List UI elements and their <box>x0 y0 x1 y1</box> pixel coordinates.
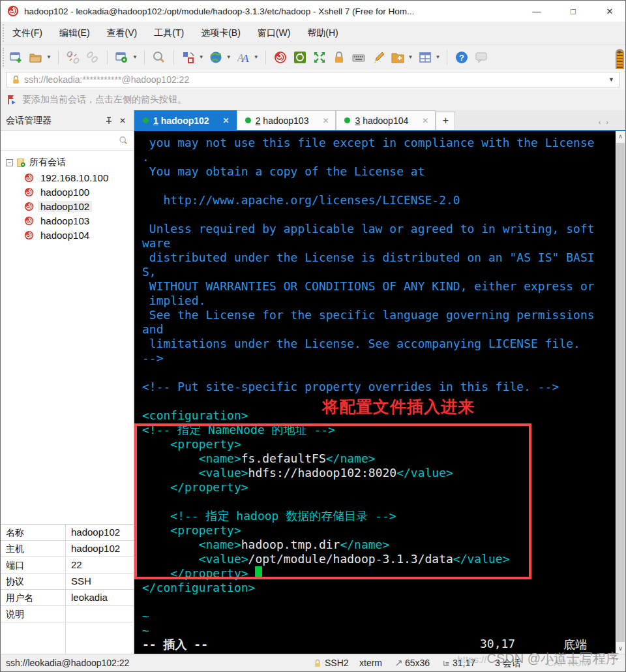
transfer-layout-dropdown-icon[interactable]: ▼ <box>199 54 204 60</box>
terminal-line <box>142 365 595 380</box>
session-manager-panel: 会话管理器 ✕ − 所有会话 192.168.10.100 hadoop100 <box>1 110 134 654</box>
tab-close-icon[interactable]: ✕ <box>223 116 230 125</box>
menu-tools[interactable]: 工具(T) <box>154 27 184 39</box>
keyboard-icon[interactable] <box>351 50 366 65</box>
tab-label: hadoop103 <box>263 115 308 126</box>
session-search-box[interactable] <box>1 131 134 151</box>
pin-icon[interactable] <box>105 117 117 125</box>
xshell-session-icon <box>24 202 34 211</box>
status-caret-icon <box>443 658 450 668</box>
session-properties-icon[interactable] <box>114 50 130 65</box>
reconnect-icon[interactable] <box>85 50 100 65</box>
close-button[interactable]: ✕ <box>603 7 616 16</box>
open-session-icon[interactable] <box>28 50 44 65</box>
session-item[interactable]: hadoop103 <box>1 213 134 228</box>
tab-scroll-arrows[interactable]: ‹› <box>599 118 614 126</box>
minimize-button[interactable]: — <box>530 7 543 16</box>
tab-hadoop104[interactable]: 3 hadoop104 ✕ <box>336 110 436 130</box>
status-terminal-type[interactable]: xterm <box>359 658 382 668</box>
tile-windows-icon[interactable] <box>417 50 433 65</box>
menu-bar: 文件(F) 编辑(E) 查看(V) 工具(T) 选项卡(B) 窗口(W) 帮助(… <box>1 22 625 45</box>
xshell-window: hadoop102 - leokadia@hadoop102:/opt/modu… <box>0 0 626 672</box>
tab-label: hadoop104 <box>363 115 408 126</box>
new-tab-button[interactable]: + <box>436 112 455 130</box>
session-item[interactable]: 192.168.10.100 <box>1 170 134 185</box>
scroll-up-icon[interactable]: ∧ <box>616 131 625 142</box>
connected-dot-icon <box>344 117 350 123</box>
property-label: 端口 <box>1 557 66 573</box>
toolbar: ▼ ▼ ▼ ▼ AA ▼ <box>1 45 625 69</box>
terminal-line: See the License for the specific languag… <box>142 308 595 322</box>
transfer-layout-icon[interactable] <box>181 50 196 65</box>
feedback-bubble-icon[interactable] <box>473 50 489 65</box>
property-label: 协议 <box>1 573 66 589</box>
new-session-icon[interactable] <box>8 50 24 65</box>
status-protocol: SSH2 <box>325 658 349 668</box>
session-item[interactable]: hadoop100 <box>1 185 134 199</box>
find-icon[interactable] <box>151 50 167 65</box>
tile-windows-dropdown-icon[interactable]: ▼ <box>436 54 441 60</box>
address-bar: ssh://leokadia:***********@hadoop102:22 … <box>1 69 625 89</box>
lock-icon[interactable] <box>331 50 347 65</box>
tab-hadoop103[interactable]: 2 hadoop103 ✕ <box>237 110 336 130</box>
menu-edit[interactable]: 编辑(E) <box>59 27 90 39</box>
address-dropdown-icon[interactable]: ▼ <box>608 76 614 83</box>
terminal-line: ~ <box>142 609 595 624</box>
help-icon[interactable]: ? <box>454 50 470 65</box>
title-bar: hadoop102 - leokadia@hadoop102:/opt/modu… <box>1 1 625 22</box>
address-field[interactable]: ssh://leokadia:***********@hadoop102:22 … <box>6 72 620 87</box>
vim-insert-mode: -- 插入 -- <box>142 637 208 652</box>
window-title: hadoop102 - leokadia@hadoop102:/opt/modu… <box>24 7 414 16</box>
session-item[interactable]: hadoop104 <box>1 228 134 242</box>
xftp-logo-icon[interactable] <box>292 50 308 65</box>
menu-file[interactable]: 文件(F) <box>12 27 42 39</box>
scrollbar-thumb[interactable] <box>616 143 625 642</box>
property-row: 端口22 <box>1 557 134 573</box>
session-label: hadoop100 <box>38 187 92 198</box>
proxy-globe-icon[interactable] <box>208 50 224 65</box>
terminal-line: </configuration> <box>142 581 595 595</box>
menu-view[interactable]: 查看(V) <box>107 27 138 39</box>
session-tree-root[interactable]: − 所有会话 <box>1 155 134 170</box>
xshell-logo-icon[interactable] <box>273 50 288 65</box>
property-label: 名称 <box>1 525 66 540</box>
highlight-pen-icon[interactable] <box>370 50 386 65</box>
session-properties-dropdown-icon[interactable]: ▼ <box>132 54 138 60</box>
tab-hadoop102[interactable]: 1 hadoop102 ✕ <box>134 110 237 130</box>
session-manager-title: 会话管理器 <box>6 115 105 127</box>
tab-close-icon[interactable]: ✕ <box>322 116 329 125</box>
panel-close-icon[interactable]: ✕ <box>117 116 128 125</box>
terminal-line: ~ <box>142 624 595 638</box>
property-row: 名称hadoop102 <box>1 525 134 541</box>
terminal-line: <!-- Put site-specific property override… <box>142 380 595 394</box>
new-file-icon[interactable] <box>390 50 406 65</box>
toolbar-separator <box>447 50 447 65</box>
terminal-line: ware <box>142 236 595 251</box>
menu-tabs[interactable]: 选项卡(B) <box>201 27 241 39</box>
property-value: 22 <box>66 557 134 573</box>
font-dropdown-icon[interactable]: ▼ <box>254 54 259 60</box>
disconnect-icon[interactable] <box>65 50 81 65</box>
session-properties-table: 名称hadoop102 主机hadoop102 端口22 协议SSH 用户名le… <box>1 524 134 654</box>
open-session-dropdown-icon[interactable]: ▼ <box>46 54 52 60</box>
tab-close-icon[interactable]: ✕ <box>422 116 428 125</box>
property-row: 说明 <box>1 606 134 622</box>
terminal[interactable]: you may not use this file except in comp… <box>134 131 616 654</box>
property-row-empty <box>1 622 134 654</box>
property-label: 说明 <box>1 606 66 622</box>
menu-window[interactable]: 窗口(W) <box>258 27 291 39</box>
terminal-scrollbar[interactable]: ∧ ∨ <box>616 131 625 654</box>
session-item-selected[interactable]: hadoop102 <box>1 199 134 213</box>
new-file-dropdown-icon[interactable]: ▼ <box>408 54 413 60</box>
fullscreen-icon[interactable] <box>312 50 327 65</box>
session-label: hadoop103 <box>38 215 92 226</box>
tree-expander-icon[interactable]: − <box>6 159 13 166</box>
font-icon[interactable]: AA <box>235 50 251 65</box>
toolbar-separator <box>58 50 59 65</box>
terminal-line: and <box>142 322 595 337</box>
menu-help[interactable]: 帮助(H) <box>307 27 338 39</box>
toolbar-overflow-icon[interactable]: ▼ <box>616 49 622 55</box>
proxy-globe-dropdown-icon[interactable]: ▼ <box>226 54 231 60</box>
maximize-button[interactable]: □ <box>567 7 580 16</box>
toolbar-separator <box>144 50 145 65</box>
